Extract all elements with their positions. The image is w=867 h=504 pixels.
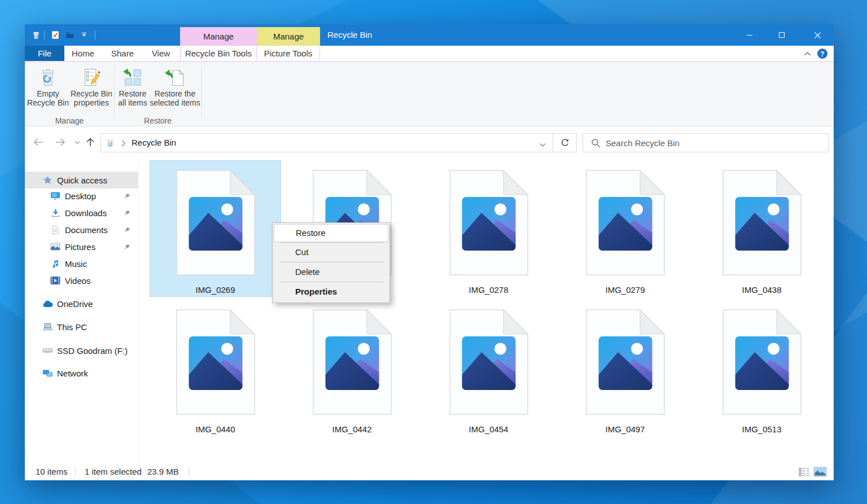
file-tile[interactable]: IMG_0279: [559, 160, 691, 297]
downloads-icon: [50, 208, 61, 218]
file-grid: IMG_0269: [150, 160, 827, 436]
address-row: Recycle Bin: [25, 126, 834, 158]
context-menu: Restore Cut Delete Properties: [272, 222, 390, 303]
close-button[interactable]: [804, 24, 830, 46]
restore-selected-items-icon: [164, 67, 186, 88]
this-pc-icon: [42, 322, 53, 332]
pin-icon: [124, 209, 131, 218]
context-menu-item-delete[interactable]: Delete: [274, 262, 388, 282]
file-tile[interactable]: IMG_0497: [559, 300, 691, 436]
context-menu-item-properties[interactable]: Properties: [274, 282, 388, 301]
image-file-icon: [586, 170, 665, 275]
status-separator: [75, 467, 76, 476]
sidebar-item-desktop[interactable]: Desktop: [25, 187, 138, 204]
tab-home[interactable]: Home: [65, 46, 100, 61]
sidebar-item-onedrive[interactable]: OneDrive: [25, 295, 138, 312]
navigation-pane: Quick access Desktop Downloads Documents…: [25, 158, 138, 463]
pin-icon: [124, 226, 131, 235]
pin-icon: [124, 243, 131, 252]
onedrive-icon: [42, 299, 53, 309]
image-file-icon: [313, 309, 392, 415]
file-tile[interactable]: IMG_0440: [150, 300, 281, 436]
sidebar-item-videos[interactable]: Videos: [25, 272, 138, 289]
image-file-icon: [722, 309, 802, 415]
refresh-button[interactable]: [553, 133, 577, 152]
sidebar-item-downloads[interactable]: Downloads: [25, 204, 138, 221]
pin-icon: [124, 192, 131, 201]
ribbon-group-label-restore: Restore: [114, 116, 202, 126]
address-bar[interactable]: Recycle Bin: [100, 133, 553, 152]
file-name: IMG_0278: [468, 285, 508, 295]
toolbar-separator: [95, 30, 95, 40]
desktop-icon: [50, 191, 61, 201]
sidebar-item-ssd-goodram[interactable]: SSD Goodram (F:): [25, 342, 138, 359]
tab-file[interactable]: File: [25, 46, 64, 61]
recycle-bin-icon[interactable]: [32, 30, 41, 40]
tab-view[interactable]: View: [143, 46, 178, 61]
toolbar-separator: [44, 30, 45, 40]
ribbon: EmptyRecycle Bin Recycle Binproperties: [25, 62, 834, 126]
empty-recycle-bin-button[interactable]: EmptyRecycle Bin: [26, 64, 70, 114]
back-button[interactable]: [32, 136, 45, 148]
documents-icon: [50, 225, 61, 235]
maximize-button[interactable]: [769, 24, 795, 46]
restore-all-items-icon: [122, 67, 143, 88]
file-tile[interactable]: IMG_0442: [286, 300, 418, 436]
file-name: IMG_0454: [468, 424, 508, 435]
file-tile[interactable]: IMG_0278: [423, 160, 554, 297]
status-selection-size: 23.9 MB: [147, 463, 179, 480]
file-name: IMG_0513: [742, 424, 781, 435]
file-name: IMG_0497: [605, 424, 645, 435]
collapse-ribbon-icon[interactable]: [801, 47, 813, 60]
image-file-icon: [449, 309, 528, 415]
file-tile[interactable]: IMG_0269: [150, 160, 281, 297]
address-dropdown-icon[interactable]: [540, 139, 546, 150]
sidebar-item-documents[interactable]: Documents: [25, 221, 138, 238]
details-view-icon[interactable]: [797, 466, 812, 478]
window-title: Recycle Bin: [327, 24, 372, 46]
restore-all-items-button[interactable]: Restoreall items: [115, 64, 150, 114]
recycle-bin-icon: [106, 138, 115, 150]
sidebar-item-music[interactable]: Music: [25, 255, 138, 272]
explorer-window: Manage Manage Recycle Bin File Home Shar…: [25, 24, 834, 480]
forward-button[interactable]: [54, 136, 67, 148]
ribbon-group-separator: [202, 65, 202, 119]
music-icon: [50, 258, 61, 269]
breadcrumb[interactable]: Recycle Bin: [132, 134, 176, 152]
recent-locations-icon[interactable]: [71, 136, 84, 148]
status-bar: 10 items 1 item selected 23.9 MB: [25, 463, 834, 480]
pane-divider: [138, 158, 138, 463]
context-menu-item-cut[interactable]: Cut: [274, 243, 388, 262]
restore-selected-items-button[interactable]: Restore theselected items: [148, 64, 202, 114]
file-tile[interactable]: IMG_0513: [696, 300, 827, 436]
ribbon-group-label-manage: Manage: [25, 116, 114, 126]
minimize-button[interactable]: [737, 24, 763, 46]
tab-picture-tools[interactable]: Picture Tools: [257, 46, 320, 61]
search-input[interactable]: [606, 134, 820, 151]
help-icon[interactable]: ?: [816, 47, 829, 60]
file-name: IMG_0279: [605, 285, 645, 295]
sidebar-item-network[interactable]: Network: [25, 365, 138, 382]
file-name: IMG_0269: [195, 285, 235, 295]
up-button[interactable]: [84, 136, 97, 148]
recycle-bin-properties-button[interactable]: Recycle Binproperties: [69, 64, 114, 114]
titlebar: Manage Manage Recycle Bin: [25, 24, 834, 46]
image-file-icon: [449, 170, 528, 275]
search-icon: [591, 138, 601, 150]
folder-icon[interactable]: [65, 30, 75, 40]
file-tile[interactable]: IMG_0454: [423, 300, 554, 436]
recycle-bin-properties-icon: [81, 67, 102, 88]
customize-dropdown-icon[interactable]: [80, 30, 89, 40]
tab-recycle-bin-tools[interactable]: Recycle Bin Tools: [180, 46, 257, 61]
manage-tab-group-header-recycle: Manage: [180, 27, 257, 46]
sidebar-item-pictures[interactable]: Pictures: [25, 238, 138, 255]
sidebar-item-this-pc[interactable]: This PC: [25, 318, 138, 335]
tab-share[interactable]: Share: [105, 46, 140, 61]
sidebar-item-quick-access[interactable]: Quick access: [25, 172, 138, 189]
context-menu-item-restore[interactable]: Restore: [274, 224, 388, 242]
ribbon-group-separator: [114, 65, 115, 119]
file-tile[interactable]: IMG_0438: [696, 160, 827, 297]
file-name: IMG_0442: [332, 424, 371, 435]
thumbnail-view-icon[interactable]: [813, 466, 827, 478]
properties-check-icon[interactable]: [51, 30, 60, 40]
